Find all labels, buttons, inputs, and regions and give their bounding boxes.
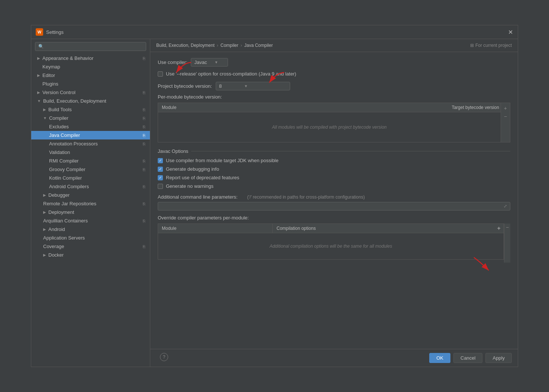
opt1-checkbox[interactable]: [158, 158, 163, 163]
cmd-input-field[interactable]: ⤢: [158, 202, 510, 211]
expand-icon: ⤢: [504, 204, 507, 209]
use-compiler-row: Use compiler: Javac ▼: [158, 58, 510, 67]
module-table-body: All modules will be compiled with projec…: [158, 112, 501, 142]
sidebar-item-deployment[interactable]: ▶ Deployment: [31, 208, 150, 216]
search-icon: 🔍: [38, 44, 44, 49]
dropdown-arrow-icon2: ▼: [244, 84, 248, 88]
opt3-row: Report use of deprecated features: [158, 175, 510, 180]
copy-icon: ⎘: [143, 125, 145, 129]
table-add-button[interactable]: +: [503, 105, 508, 112]
copy-icon: ⎘: [143, 116, 145, 121]
expand-arrow-icon: ▼: [43, 116, 47, 120]
sidebar-item-compiler[interactable]: ▼ Compiler ⎘: [31, 114, 150, 122]
opt4-row: Generate no warnings: [158, 183, 510, 189]
copy-icon: ⎘: [143, 133, 145, 138]
copy-icon: ⎘: [143, 56, 145, 61]
copy-icon: ⎘: [143, 90, 145, 95]
opt4-checkbox[interactable]: [158, 184, 163, 189]
arrow-indicator-3: [466, 256, 496, 274]
expand-arrow-icon: ▶: [37, 90, 40, 94]
override-table-header: Module Compilation options +: [158, 224, 504, 233]
sidebar-item-build-tools[interactable]: ▶ Build Tools ⎘: [31, 105, 150, 114]
sidebar-item-java-compiler[interactable]: Java Compiler ⎘: [31, 131, 150, 139]
override-table-remove-button[interactable]: −: [504, 224, 510, 231]
sidebar-item-android-compilers[interactable]: Android Compilers ⎘: [31, 182, 150, 191]
copy-icon: ⎘: [143, 159, 145, 163]
bytecode-version-select[interactable]: 8 ▼: [216, 82, 290, 90]
expand-arrow-icon: ▶: [43, 227, 46, 231]
sidebar-item-debugger[interactable]: ▶ Debugger: [31, 191, 150, 199]
override-table-wrapper: Module Compilation options + Additional …: [158, 224, 510, 263]
search-input[interactable]: [46, 44, 143, 49]
copy-icon: ⎘: [143, 142, 145, 146]
content-area: Use compiler: Javac ▼ Use '--release' op…: [150, 52, 518, 349]
expand-arrow-icon: ▶: [43, 253, 46, 257]
expand-arrow-icon: ▼: [37, 99, 41, 103]
expand-arrow-icon: ▶: [37, 56, 40, 60]
sidebar-item-validation[interactable]: Validation: [31, 148, 150, 157]
expand-arrow-icon: ▶: [43, 193, 46, 197]
copy-icon: ⎘: [143, 184, 145, 189]
module-table: Module Target bytecode version All modul…: [158, 103, 510, 142]
close-button[interactable]: ✕: [507, 29, 513, 35]
opt3-checkbox[interactable]: [158, 175, 163, 180]
dropdown-arrow-icon: ▼: [214, 60, 218, 64]
opt2-checkbox[interactable]: [158, 167, 163, 172]
sidebar-item-rmi-compiler[interactable]: RMI Compiler ⎘: [31, 157, 150, 165]
sidebar-item-appearance[interactable]: ▶ Appearance & Behavior ⎘: [31, 54, 150, 62]
sidebar-item-kotlin-compiler[interactable]: Kotlin Compiler: [31, 174, 150, 182]
sidebar-item-remote-jar[interactable]: Remote Jar Repositories ⎘: [31, 199, 150, 208]
ok-button[interactable]: OK: [429, 353, 450, 363]
help-button[interactable]: ?: [160, 353, 168, 361]
sidebar-item-build-exec-deploy[interactable]: ▼ Build, Execution, Deployment: [31, 97, 150, 105]
bytecode-version-row: Project bytecode version: 8 ▼: [158, 82, 510, 90]
sidebar: 🔍 ▶ Appearance & Behavior ⎘ Keymap ▶ Edi…: [31, 39, 150, 367]
sidebar-item-plugins[interactable]: Plugins: [31, 80, 150, 88]
table-remove-button[interactable]: −: [503, 113, 508, 120]
sidebar-item-excludes[interactable]: Excludes ⎘: [31, 122, 150, 131]
javac-options-title: Javac Options: [158, 148, 510, 154]
sidebar-item-arquillian[interactable]: Arquillian Containers ⎘: [31, 216, 150, 225]
release-option-row: Use '--release' option for cross-compila…: [158, 71, 510, 77]
sidebar-item-keymap[interactable]: Keymap: [31, 62, 150, 71]
sidebar-item-annotation-processors[interactable]: Annotation Processors ⎘: [31, 139, 150, 148]
search-box[interactable]: 🔍: [35, 42, 146, 51]
apply-button[interactable]: Apply: [485, 353, 512, 363]
override-table-add-button[interactable]: +: [494, 224, 503, 232]
compiler-select[interactable]: Javac ▼: [191, 58, 228, 67]
sidebar-item-application-servers[interactable]: Application Servers: [31, 234, 150, 242]
breadcrumb: Build, Execution, Deployment › Compiler …: [150, 39, 518, 52]
sidebar-item-editor[interactable]: ▶ Editor: [31, 71, 150, 80]
sidebar-item-docker[interactable]: ▶ Docker: [31, 251, 150, 259]
copy-icon: ⎘: [143, 244, 145, 249]
release-option-checkbox[interactable]: [158, 71, 163, 77]
copy-icon: ⎘: [143, 202, 145, 206]
dialog-title: Settings: [46, 29, 64, 35]
footer: ? OK Cancel Apply: [150, 349, 518, 367]
copy-icon: ⎘: [143, 167, 145, 172]
app-icon: W: [36, 28, 43, 36]
expand-arrow-icon: ▶: [43, 107, 46, 112]
expand-arrow-icon: ▶: [37, 73, 40, 77]
module-table-header: Module Target bytecode version: [158, 103, 501, 112]
main-content: Build, Execution, Deployment › Compiler …: [150, 39, 518, 367]
cancel-button[interactable]: Cancel: [453, 353, 482, 363]
override-table-body: Additional compilation options will be t…: [158, 233, 504, 259]
dialog-body: 🔍 ▶ Appearance & Behavior ⎘ Keymap ▶ Edi…: [31, 39, 518, 367]
copy-icon: ⎘: [143, 107, 145, 112]
expand-arrow-icon: ▶: [43, 210, 46, 214]
sidebar-item-android[interactable]: ▶ Android: [31, 225, 150, 234]
opt2-row: Generate debugging info: [158, 166, 510, 172]
settings-dialog: W Settings ✕ 🔍 ▶ Appearance & Behavior ⎘…: [31, 25, 518, 367]
opt1-row: Use compiler from module target JDK when…: [158, 158, 510, 163]
sidebar-item-version-control[interactable]: ▶ Version Control ⎘: [31, 88, 150, 97]
sidebar-item-coverage[interactable]: Coverage ⎘: [31, 242, 150, 251]
project-icon: ⊞: [470, 43, 474, 48]
title-bar: W Settings ✕: [31, 25, 518, 39]
copy-icon: ⎘: [143, 219, 145, 223]
sidebar-item-groovy-compiler[interactable]: Groovy Compiler ⎘: [31, 165, 150, 174]
